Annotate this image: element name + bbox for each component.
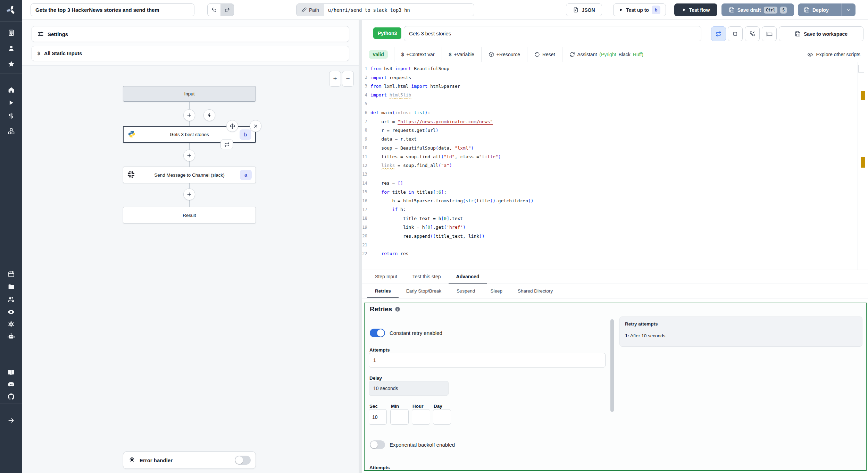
code-line[interactable]: 7 url = "https://news.ycombinator.com/ne… xyxy=(362,117,868,126)
add-step-button[interactable] xyxy=(183,150,195,161)
flow-node-send-message[interactable]: Send Message to Channel (slack) a xyxy=(123,167,256,183)
test-flow-button[interactable]: Test flow xyxy=(674,3,717,16)
code-line[interactable]: 16 h = html5parser.fromstring(str(title)… xyxy=(362,196,868,205)
flow-graph-canvas[interactable]: + − Input Gets 3 best stories b Send Mes… xyxy=(22,66,359,473)
sidebar-item-variables[interactable] xyxy=(0,111,22,120)
code-line[interactable]: 17 if h: xyxy=(362,205,868,214)
panel-splitter[interactable] xyxy=(359,20,362,473)
save-to-workspace-button[interactable]: Save to workspace xyxy=(779,26,863,41)
flow-node-input[interactable]: Input xyxy=(123,86,256,102)
save-draft-button[interactable]: Save draftCtrlS xyxy=(721,3,794,16)
tab-sleep[interactable]: Sleep xyxy=(483,284,510,298)
add-resource-button[interactable]: +Resource xyxy=(482,52,527,57)
code-line[interactable]: 12 links = soup.find_all("a") xyxy=(362,161,868,170)
delay-input[interactable] xyxy=(369,381,449,396)
tab-early-stop[interactable]: Early Stop/Break xyxy=(399,284,449,298)
sidebar-item-ai[interactable] xyxy=(0,332,22,341)
add-step-button[interactable] xyxy=(183,188,195,200)
code-line[interactable]: 21 xyxy=(362,240,868,249)
add-trigger-button[interactable] xyxy=(203,109,215,121)
tab-shared-directory[interactable]: Shared Directory xyxy=(510,284,560,298)
delete-step-button[interactable] xyxy=(250,120,261,132)
exponential-backoff-toggle[interactable] xyxy=(370,440,385,449)
editor-scrollbar[interactable] xyxy=(858,65,864,73)
explore-other-scripts-button[interactable]: Explore other scripts xyxy=(807,52,860,58)
sidebar-item-schedules[interactable] xyxy=(0,269,22,278)
code-editor[interactable]: 1from bs4 import BeautifulSoup2import re… xyxy=(362,62,868,270)
assistant-button[interactable]: Assistant(PyrightBlackRuff) xyxy=(562,52,650,57)
code-line[interactable]: 15 for title in titles[:6]: xyxy=(362,187,868,196)
sidebar-item-home[interactable] xyxy=(0,85,22,94)
restart-from-step-button[interactable] xyxy=(220,140,233,149)
sidebar-item-folders[interactable] xyxy=(0,282,22,291)
add-step-button[interactable] xyxy=(183,109,195,121)
code-line[interactable]: 2import requests xyxy=(362,73,868,82)
flow-title-input[interactable] xyxy=(31,3,194,16)
line-number: 17 xyxy=(362,207,370,212)
sidebar-item-resources[interactable] xyxy=(0,127,22,136)
attempts-input[interactable] xyxy=(369,353,606,368)
min-input[interactable] xyxy=(390,409,409,425)
flow-node-result[interactable]: Result xyxy=(123,207,256,223)
tab-advanced[interactable]: Advanced xyxy=(449,270,487,284)
move-step-button[interactable] xyxy=(226,120,238,132)
code-line[interactable]: 19 link = h[0].get('href') xyxy=(362,223,868,231)
code-line[interactable]: 6def main(infos: list): xyxy=(362,108,868,117)
add-variable-button[interactable]: $+Variable xyxy=(442,52,481,57)
redo-button[interactable] xyxy=(220,3,234,16)
test-up-to-button[interactable]: Test up tob xyxy=(613,3,666,16)
add-context-var-button[interactable]: $+Context Var xyxy=(394,52,442,57)
sec-input[interactable] xyxy=(369,409,387,425)
sidebar-item-groups[interactable] xyxy=(0,295,22,304)
all-static-inputs-button[interactable]: $All Static Inputs xyxy=(32,46,349,61)
run-loop-button[interactable] xyxy=(711,26,726,41)
zoom-out-button[interactable]: − xyxy=(342,71,354,87)
code-line[interactable]: 10 soup = BeautifulSoup(data, "lxml") xyxy=(362,144,868,152)
constant-retry-toggle[interactable] xyxy=(370,329,385,337)
code-line[interactable]: 1from bs4 import BeautifulSoup xyxy=(362,64,868,73)
tab-retries[interactable]: Retries xyxy=(367,284,399,298)
deploy-button[interactable]: Deploy xyxy=(798,3,856,16)
code-line[interactable]: 18 title_text = h[0].text xyxy=(362,214,868,223)
flow-settings-button[interactable]: Settings xyxy=(32,26,349,42)
code-line[interactable]: 5 xyxy=(362,100,868,108)
reset-button[interactable]: Reset xyxy=(527,52,562,57)
sidebar-item-favorites[interactable] xyxy=(0,59,22,68)
tab-suspend[interactable]: Suspend xyxy=(449,284,483,298)
code-line[interactable]: 14 res = [] xyxy=(362,179,868,187)
deploy-dropdown-button[interactable] xyxy=(841,3,855,16)
code-line[interactable]: 13 xyxy=(362,170,868,179)
code-line[interactable]: 9 data = r.text xyxy=(362,135,868,143)
windmill-logo[interactable] xyxy=(0,5,22,16)
retries-scrollbar[interactable] xyxy=(610,319,614,412)
sidebar-item-docs[interactable] xyxy=(0,368,22,377)
zoom-in-button[interactable]: + xyxy=(329,71,341,87)
sidebar-item-audit[interactable] xyxy=(0,307,22,316)
json-button[interactable]: JSON xyxy=(566,3,602,16)
code-line[interactable]: 20 res.append((title_text, link)) xyxy=(362,231,868,240)
sidebar-item-user[interactable] xyxy=(0,44,22,53)
code-line[interactable]: 3from lxml.html import html5parser xyxy=(362,82,868,91)
step-title-input[interactable] xyxy=(404,26,701,41)
sidebar-item-settings[interactable] xyxy=(0,320,22,329)
error-handler-toggle[interactable] xyxy=(235,456,251,465)
day-input[interactable] xyxy=(433,409,451,425)
sleep-button[interactable] xyxy=(762,26,777,41)
sidebar-collapse[interactable] xyxy=(0,416,22,425)
suspend-call-button[interactable] xyxy=(745,26,760,41)
sidebar-item-github[interactable] xyxy=(0,392,22,401)
stop-button[interactable] xyxy=(728,26,743,41)
code-line[interactable]: 8 r = requests.get(url) xyxy=(362,126,868,135)
tab-test-this-step[interactable]: Test this step xyxy=(405,270,449,284)
tab-step-input[interactable]: Step Input xyxy=(367,270,405,284)
sidebar-item-runs[interactable] xyxy=(0,98,22,107)
flow-node-error-handler[interactable]: Error handler xyxy=(123,451,256,469)
code-line[interactable]: 4import html5lib xyxy=(362,91,868,99)
sidebar-item-discord[interactable] xyxy=(0,380,22,389)
undo-button[interactable] xyxy=(207,3,221,16)
hour-input[interactable] xyxy=(412,409,430,425)
code-line[interactable]: 22 return res xyxy=(362,249,868,258)
path-field[interactable]: Path u/henri/send_to_slack_top3_hn xyxy=(296,3,474,16)
sidebar-item-workspace[interactable] xyxy=(0,28,22,37)
code-line[interactable]: 11 titles = soup.find_all("td", class_="… xyxy=(362,152,868,161)
